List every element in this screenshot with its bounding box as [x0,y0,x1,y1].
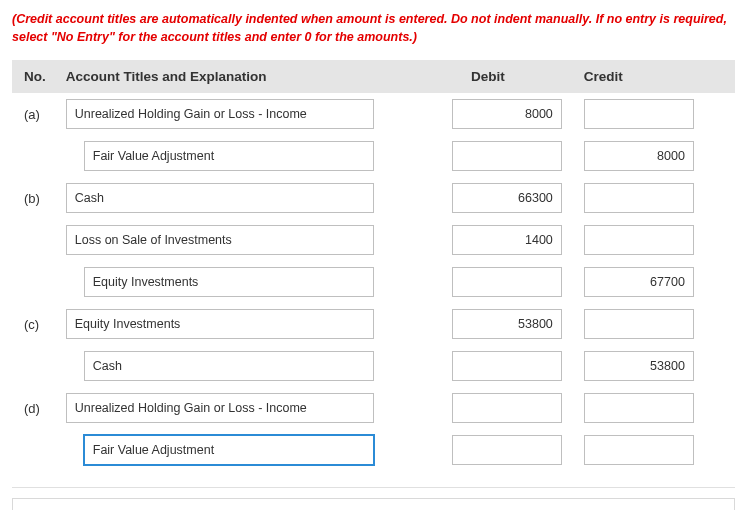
credit-input[interactable] [584,393,694,423]
header-debit: Debit [414,69,578,84]
row-number: (b) [20,191,66,206]
debit-cell [414,99,578,129]
credit-cell [578,309,727,339]
row-number: (a) [20,107,66,122]
debit-cell [414,225,578,255]
row-number: (c) [20,317,66,332]
credit-cell [578,141,727,171]
account-title-input[interactable] [84,351,374,381]
credit-input[interactable] [584,225,694,255]
debit-input[interactable] [452,393,562,423]
credit-cell [578,99,727,129]
debit-cell [414,141,578,171]
credit-input[interactable] [584,435,694,465]
account-cell [66,393,414,423]
table-row: (c) [12,303,735,345]
debit-cell [414,267,578,297]
debit-cell [414,435,578,465]
table-row: (b) [12,177,735,219]
credit-cell [578,351,727,381]
account-title-input[interactable] [66,99,374,129]
table-row [12,219,735,261]
credit-input[interactable] [584,141,694,171]
account-cell [66,309,414,339]
table-row [12,261,735,303]
account-title-input[interactable] [84,267,374,297]
row-number: (d) [20,401,66,416]
credit-cell [578,435,727,465]
credit-input[interactable] [584,99,694,129]
debit-input[interactable] [452,141,562,171]
account-title-input[interactable] [66,183,374,213]
credit-cell [578,225,727,255]
table-row [12,429,735,471]
debit-cell [414,183,578,213]
account-title-input[interactable] [66,225,374,255]
header-no: No. [20,69,66,84]
debit-cell [414,309,578,339]
credit-input[interactable] [584,351,694,381]
credit-input[interactable] [584,267,694,297]
table-row: (d) [12,387,735,429]
account-cell [66,267,414,297]
credit-cell [578,267,727,297]
debit-input[interactable] [452,309,562,339]
account-cell [66,435,414,465]
header-credit: Credit [578,69,727,84]
account-cell [66,99,414,129]
account-title-input[interactable] [84,141,374,171]
account-cell [66,183,414,213]
table-row [12,345,735,387]
debit-input[interactable] [452,435,562,465]
credit-cell [578,183,727,213]
table-header-row: No. Account Titles and Explanation Debit… [12,60,735,93]
account-cell [66,351,414,381]
table-row [12,135,735,177]
credit-input[interactable] [584,309,694,339]
debit-input[interactable] [452,183,562,213]
debit-input[interactable] [452,225,562,255]
section-divider [12,487,735,488]
credit-input[interactable] [584,183,694,213]
account-cell [66,225,414,255]
account-cell [66,141,414,171]
account-title-input[interactable] [84,435,374,465]
debit-cell [414,393,578,423]
debit-input[interactable] [452,351,562,381]
etextbook-panel[interactable]: eTextbook and Media [12,498,735,510]
debit-input[interactable] [452,99,562,129]
credit-cell [578,393,727,423]
debit-input[interactable] [452,267,562,297]
account-title-input[interactable] [66,393,374,423]
account-title-input[interactable] [66,309,374,339]
table-row: (a) [12,93,735,135]
header-acct: Account Titles and Explanation [66,69,414,84]
instruction-text: (Credit account titles are automatically… [12,10,735,46]
debit-cell [414,351,578,381]
journal-table: No. Account Titles and Explanation Debit… [12,60,735,471]
